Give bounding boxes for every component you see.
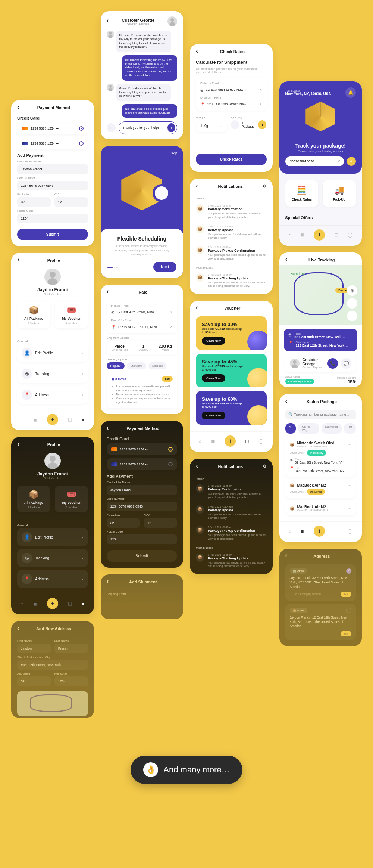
menu-tracking[interactable]: ◎ Tracking — [17, 365, 88, 383]
tile-pickup[interactable]: 🚚 Pick-Up — [323, 180, 356, 207]
radio-icon[interactable] — [79, 141, 84, 146]
postal-input[interactable] — [107, 534, 178, 544]
menu-address[interactable]: 📍Address — [17, 570, 88, 588]
tab-home-icon[interactable]: ⌂ — [21, 417, 23, 422]
add-button[interactable]: + — [47, 414, 58, 425]
plus-button[interactable]: + — [258, 120, 266, 129]
tab-user-icon[interactable]: ● — [82, 417, 84, 422]
map[interactable] — [17, 691, 88, 716]
last-input[interactable] — [54, 644, 88, 653]
radio-icon[interactable] — [168, 462, 173, 466]
card-option-0[interactable]: 1234 5678 1234 ••• — [17, 123, 88, 134]
tab-voucher-icon[interactable]: ◫ — [334, 528, 338, 534]
zoom-out-icon[interactable]: − — [347, 311, 357, 321]
postal-input[interactable] — [17, 214, 88, 223]
pkg-card-0[interactable]: 📦Nintendo Swich OledOrder ID · JB3902991… — [285, 437, 356, 477]
more-icon[interactable]: ⋯ — [348, 483, 351, 487]
radio-icon[interactable] — [79, 126, 84, 131]
tab-user-icon[interactable]: ◯ — [258, 438, 263, 444]
chat-input[interactable] — [123, 124, 168, 131]
back-icon[interactable] — [107, 19, 109, 24]
street-input[interactable] — [17, 660, 88, 670]
claim-button[interactable]: Claim Now — [202, 337, 225, 345]
clear-icon[interactable] — [259, 87, 262, 92]
tab-box-icon[interactable]: ▣ — [33, 601, 37, 606]
tab-voucher-icon[interactable]: ◫ — [334, 232, 338, 238]
cardnumber-input[interactable] — [17, 181, 88, 190]
clear-icon[interactable] — [338, 159, 340, 164]
tile-all-package[interactable]: 📦 All Package 5 Package — [17, 486, 50, 512]
menu-address[interactable]: 📍 Address — [17, 386, 88, 404]
submit-button[interactable]: Submit — [17, 229, 88, 240]
submit-button[interactable]: Submit — [107, 550, 178, 562]
tab-box-icon[interactable]: ▣ — [300, 528, 304, 534]
map[interactable]: Hamilton Destination ◎ + − — [279, 265, 362, 325]
weight-select[interactable]: 1 Kg⌄ — [196, 120, 227, 132]
minus-button[interactable]: − — [231, 120, 239, 129]
back-icon[interactable] — [17, 105, 19, 110]
cvv-input[interactable] — [144, 518, 177, 528]
exp-input[interactable] — [107, 518, 140, 528]
cardnumber-input[interactable] — [107, 502, 178, 511]
tile-check-rates[interactable]: 🧮 Check Rates — [285, 180, 319, 207]
tracking-input[interactable] — [289, 159, 338, 164]
tab-user-icon[interactable]: ◯ — [348, 528, 352, 534]
back-icon[interactable] — [17, 626, 19, 631]
clear-icon[interactable] — [170, 324, 173, 329]
gear-icon[interactable]: ⚙ — [263, 184, 267, 189]
back-icon[interactable] — [17, 258, 19, 263]
add-button[interactable]: + — [314, 526, 325, 537]
back-icon[interactable] — [196, 49, 198, 54]
back-icon[interactable] — [196, 306, 198, 310]
bell-icon[interactable]: 🔔 — [345, 87, 356, 98]
edit-button[interactable]: Edit — [341, 631, 351, 636]
tab-home-icon[interactable]: ⌂ — [288, 232, 291, 238]
back-icon[interactable] — [107, 580, 109, 584]
tab-user-icon[interactable]: ● — [82, 601, 84, 606]
menu-edit-profile[interactable]: 👤Edit Profile — [17, 528, 88, 546]
tab-box-icon[interactable]: ▣ — [33, 417, 37, 422]
card-option-1[interactable]: 1234 5678 1234 ••• — [107, 458, 178, 470]
back-icon[interactable] — [196, 464, 198, 469]
search-input[interactable] — [285, 410, 356, 419]
apt-input[interactable] — [17, 676, 51, 686]
back-icon[interactable] — [285, 399, 288, 404]
radio-icon[interactable] — [168, 447, 173, 452]
add-button[interactable]: + — [225, 435, 236, 447]
send-icon[interactable]: › — [167, 123, 175, 132]
attach-icon[interactable]: + — [107, 123, 116, 132]
scan-icon[interactable]: ⌗ — [347, 157, 356, 166]
back-icon[interactable] — [196, 184, 198, 189]
filter-all[interactable]: All — [285, 423, 296, 434]
card-option-1[interactable]: 1234 5678 1234 ••• — [17, 137, 88, 149]
opt-standard[interactable]: Standard — [127, 362, 146, 369]
tab-box-icon[interactable]: ▣ — [300, 232, 304, 238]
tab-home-icon[interactable]: ⌂ — [199, 438, 202, 444]
clear-icon[interactable] — [170, 310, 173, 315]
edit-button[interactable]: Edit — [341, 592, 351, 597]
chat-thread[interactable]: Hi there! I'm your courier, and I'm on m… — [101, 28, 184, 120]
tile-all-package[interactable]: 📦 All Package 5 Package — [17, 302, 50, 328]
tab-user-icon[interactable]: ◯ — [348, 232, 352, 238]
back-icon[interactable] — [107, 290, 109, 294]
tile-voucher[interactable]: 🎟️ My Voucher 3 Voucher — [55, 302, 88, 328]
call-icon[interactable]: 📞 — [327, 358, 338, 369]
tile-voucher[interactable]: 🎟️ My Voucher 3 Voucher — [55, 486, 88, 512]
check-rates-button[interactable]: Check Rates — [196, 154, 267, 165]
post-input[interactable] — [54, 676, 88, 686]
pkg-card-2[interactable]: 📦 MacBook Air M2Order ID · JB39029910017… — [285, 501, 356, 515]
menu-edit-profile[interactable]: 👤 Edit Profile — [17, 344, 88, 362]
tab-home-icon[interactable]: ⌂ — [21, 601, 23, 606]
back-icon[interactable] — [285, 258, 288, 262]
add-button[interactable]: + — [47, 598, 58, 609]
more-icon[interactable]: ⋯ — [348, 443, 351, 447]
back-icon[interactable] — [17, 442, 19, 447]
back-icon[interactable] — [285, 554, 288, 558]
opt-regular[interactable]: Regular — [107, 362, 125, 369]
next-button[interactable]: Next — [153, 262, 176, 272]
opt-express[interactable]: Express — [148, 362, 167, 369]
claim-button[interactable]: Claim Now — [202, 412, 225, 419]
pkg-card-1[interactable]: 📦MacBook Air M2⋯ Status Order Delivered — [285, 480, 356, 498]
chat-icon[interactable]: 💬 — [341, 358, 351, 369]
menu-tracking[interactable]: ◎Tracking — [17, 549, 88, 567]
